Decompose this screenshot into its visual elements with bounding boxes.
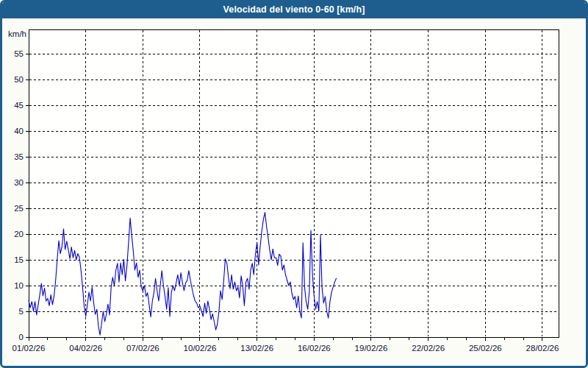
y-tick-label: 40 [14, 127, 24, 135]
x-tick-label: 13/02/26 [240, 344, 273, 353]
y-tick-label: 45 [14, 101, 24, 110]
x-tick-label: 22/02/26 [412, 344, 445, 353]
chart-title-bar: Velocidad del viento 0-60 [km/h] [2, 2, 586, 18]
x-tick-label: 01/02/26 [12, 344, 46, 353]
x-tick-label: 28/02/26 [526, 344, 559, 353]
x-tick-label: 19/02/26 [355, 344, 388, 353]
y-tick-label: 55 [14, 49, 24, 58]
chart-title: Velocidad del viento 0-60 [km/h] [223, 4, 365, 15]
y-tick-label: 5 [19, 307, 24, 316]
x-tick-label: 16/02/26 [298, 344, 331, 353]
y-tick-label: 10 [14, 281, 24, 290]
y-tick-label: 25 [14, 204, 24, 213]
plot-box [29, 29, 559, 337]
wind-speed-chart: 0510152025303540455055km/h01/02/2604/02/… [2, 18, 586, 366]
y-tick-label: 35 [14, 152, 24, 161]
wind-speed-widget: Velocidad del viento 0-60 [km/h] 0510152… [0, 0, 588, 368]
x-tick-label: 04/02/26 [69, 344, 102, 353]
y-tick-label: 0 [19, 333, 24, 342]
y-axis-unit-label: km/h [8, 29, 26, 38]
y-tick-label: 20 [14, 230, 24, 238]
x-tick-label: 25/02/26 [469, 344, 502, 353]
y-tick-label: 30 [14, 178, 24, 187]
x-tick-label: 07/02/26 [126, 344, 159, 353]
y-tick-label: 15 [14, 255, 24, 264]
chart-area: 0510152025303540455055km/h01/02/2604/02/… [2, 18, 586, 366]
y-tick-label: 50 [14, 75, 24, 84]
x-tick-label: 10/02/26 [184, 344, 217, 353]
